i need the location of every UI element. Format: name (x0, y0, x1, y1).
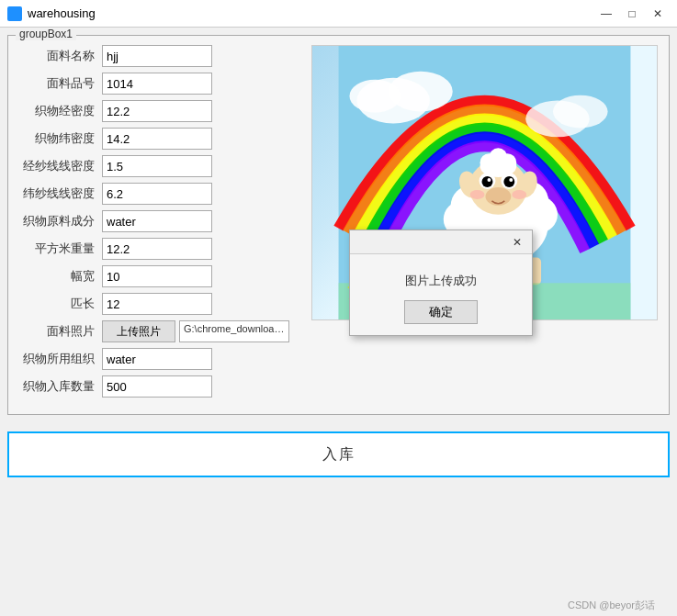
minimize-button[interactable]: — (594, 5, 618, 23)
title-bar-left: warehousing (7, 6, 96, 21)
modal-ok-button[interactable]: 确定 (404, 300, 478, 324)
modal-body: 图片上传成功 确定 (350, 254, 532, 335)
window-content: groupBox1 面料名称面料品号织物经密度织物纬密度经纱线线密度纬纱线线密度… (0, 28, 677, 616)
modal-overlay: ✕ 图片上传成功 确定 (0, 28, 677, 616)
modal-close-button[interactable]: ✕ (508, 234, 526, 251)
title-controls: — □ ✕ (594, 5, 670, 23)
modal-dialog: ✕ 图片上传成功 确定 (349, 230, 533, 336)
title-bar: warehousing — □ ✕ (0, 0, 677, 28)
app-icon (7, 6, 22, 21)
window-title: warehousing (28, 6, 96, 20)
modal-title-bar: ✕ (350, 230, 532, 254)
restore-button[interactable]: □ (620, 5, 644, 23)
modal-message: 图片上传成功 (405, 273, 477, 289)
close-button[interactable]: ✕ (646, 5, 670, 23)
